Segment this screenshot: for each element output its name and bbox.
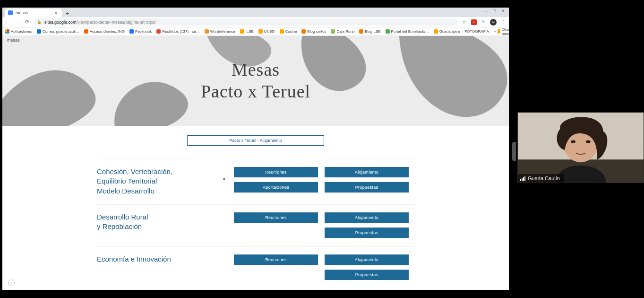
propuestas-button[interactable]: Propuestas [325, 182, 409, 193]
propuestas-button[interactable]: Propuestas [325, 270, 409, 280]
section-economia: Economía e Innovación Reuniones Alojamie… [97, 246, 414, 289]
alojamiento-button[interactable]: Alojamiento [325, 212, 409, 223]
caja-icon [331, 29, 335, 34]
tab-title: mesas [16, 10, 28, 15]
bookmark-blog-cortos[interactable]: Blog cortos [301, 29, 326, 34]
apps-icon [5, 29, 9, 34]
folder-icon [498, 29, 500, 34]
section-desarrollo-rural: Desarrollo Rural y Repoblación Reuniones… [97, 204, 414, 246]
bookmark-caja-rural[interactable]: Caja Rural [331, 29, 354, 34]
section-title[interactable]: Economía e Innovación [97, 254, 210, 280]
button-grid: Reuniones Alojamiento Aportaciones Propu… [234, 167, 409, 196]
propuestas-button[interactable]: Propuestas [325, 228, 409, 238]
apps-button[interactable]: Aplicaciones [5, 29, 32, 34]
bookmarks-bar: Aplicaciones Correo: guada cauli… Acceso… [2, 27, 509, 36]
site-favicon [8, 10, 13, 15]
extension-badge[interactable]: 1 [471, 19, 477, 25]
bookmark-gmail[interactable]: Recibidos (137) - ca… [156, 29, 200, 34]
address-right-icons: ☆ 1 ✎ N ⋮ [462, 19, 506, 26]
hero-line1: Mesas [201, 59, 310, 81]
window-close-button[interactable]: ✕ [501, 9, 505, 13]
alojamiento-button[interactable]: Alojamiento [325, 167, 409, 177]
bookmark-wordreference[interactable]: Wordreference [205, 29, 235, 34]
facebook-icon [129, 29, 134, 34]
profile-avatar[interactable]: N [490, 19, 497, 26]
bookmark-fotografia[interactable]: FOTOGRAFÍA [464, 29, 489, 34]
folder-icon [258, 29, 263, 34]
forward-button[interactable]: → [15, 19, 20, 25]
reuniones-button[interactable]: Reuniones [234, 212, 318, 223]
page-content: mesas Mesas Pacto x Teruel Pacto x Terue… [2, 36, 509, 290]
bookmark-portal-empleado[interactable]: Portal del Empleado… [386, 29, 429, 34]
section-title[interactable]: Cohesión, Vertebración, Equilibrio Terri… [97, 167, 210, 196]
hero-line2: Pacto x Teruel [201, 81, 310, 103]
ing-icon [84, 29, 88, 34]
bookmark-facebook[interactable]: Facebook [129, 29, 152, 34]
browser-tab[interactable]: mesas × [5, 9, 62, 17]
bookmark-correo[interactable]: Correo: guada cauli… [37, 29, 79, 34]
chevron-right-icon: » [494, 29, 496, 34]
video-participant-tile[interactable]: Guada Caulín [517, 112, 644, 183]
participant-name-badge: Guada Caulín [518, 174, 564, 183]
window-minimize-button[interactable]: — [483, 9, 488, 13]
panel-handle[interactable] [512, 142, 516, 161]
main-content: Pacto x Teruel - Alojamiento Cohesión, V… [2, 126, 509, 289]
bookmark-cocina[interactable]: Cocina [280, 29, 297, 34]
window-controls: — □ ✕ [483, 8, 509, 13]
folder-icon [434, 29, 438, 34]
url-text: sites.google.com/view/pactoxteruel-mesas… [44, 20, 155, 25]
info-button[interactable]: i [8, 280, 15, 286]
reuniones-button[interactable]: Reuniones [234, 167, 318, 177]
tab-strip: mesas × + — □ ✕ [2, 8, 509, 17]
folder-icon [280, 29, 284, 34]
tab-close-icon[interactable]: × [54, 10, 57, 16]
reload-button[interactable]: ⟳ [25, 19, 29, 25]
svg-point-3 [571, 140, 575, 143]
hero-banner: Mesas Pacto x Teruel [2, 36, 509, 126]
section-cohesion: Cohesión, Vertebración, Equilibrio Terri… [97, 159, 414, 204]
folder-icon [240, 29, 244, 34]
lock-icon: 🔒 [37, 20, 42, 24]
portal-icon [386, 29, 390, 34]
button-grid: Reuniones Alojamiento Propuestas [234, 212, 409, 238]
address-bar-row: ← → ⟳ 🔒 sites.google.com/view/pactoxteru… [2, 17, 509, 27]
aportaciones-button[interactable]: Aportaciones [234, 182, 318, 193]
svg-point-4 [586, 140, 591, 143]
pill-link-alojamiento[interactable]: Pacto x Teruel - Alojamiento [187, 135, 324, 146]
blogger-icon [301, 29, 306, 34]
bookmark-uned[interactable]: UNED [258, 29, 275, 34]
browser-window: mesas × + — □ ✕ ← → ⟳ 🔒 sites.google.com… [2, 8, 509, 290]
other-bookmarks[interactable]: » Otros marcadores [494, 27, 509, 36]
gmail-icon [156, 29, 161, 34]
site-name[interactable]: mesas [7, 38, 20, 43]
signal-icon [520, 176, 525, 181]
blogger-icon [359, 29, 363, 34]
nav-icons: ← → ⟳ [5, 19, 29, 25]
bookmark-star-icon[interactable]: ☆ [462, 19, 466, 25]
participant-name: Guada Caulín [528, 175, 560, 181]
button-grid: Reuniones Alojamiento Propuestas [234, 254, 409, 280]
address-bar[interactable]: 🔒 sites.google.com/view/pactoxteruel-mes… [33, 18, 458, 26]
new-tab-button[interactable]: + [62, 10, 73, 17]
wordref-icon [205, 29, 209, 34]
bookmark-guadalajara[interactable]: Guadalajara [434, 29, 460, 34]
feather-icon[interactable]: ✎ [481, 19, 485, 25]
section-title[interactable]: Desarrollo Rural y Repoblación [97, 212, 210, 238]
browser-menu-icon[interactable]: ⋮ [501, 19, 506, 25]
bookmark-ilse[interactable]: ILSE [240, 29, 254, 34]
window-maximize-button[interactable]: □ [493, 9, 496, 13]
bookmark-blog-lse[interactable]: Blog LSE [359, 29, 380, 34]
back-button[interactable]: ← [5, 19, 10, 25]
outlook-icon [37, 29, 41, 34]
reuniones-button[interactable]: Reuniones [234, 254, 318, 265]
hero-title: Mesas Pacto x Teruel [201, 59, 310, 102]
alojamiento-button[interactable]: Alojamiento [325, 254, 409, 265]
bookmark-ing[interactable]: Acceso clientes, ING [84, 29, 125, 34]
participant-video [518, 113, 644, 183]
